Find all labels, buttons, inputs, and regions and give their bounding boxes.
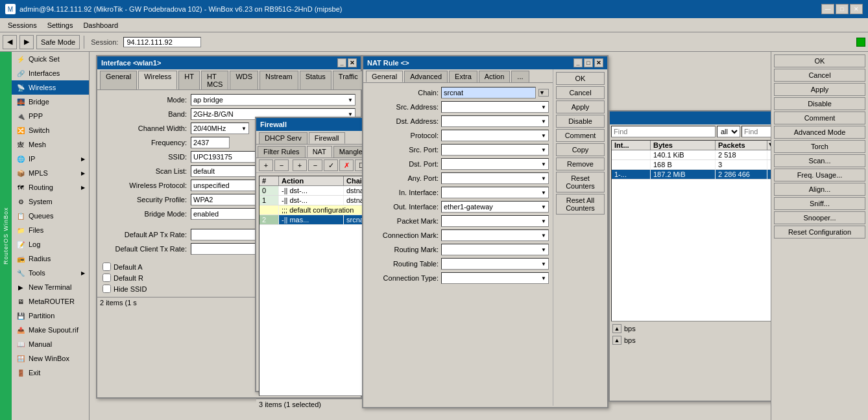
tab-filter-rules[interactable]: Filter Rules	[258, 146, 306, 158]
right-scan-btn[interactable]: Scan...	[774, 154, 865, 167]
close-btn[interactable]: ✕	[850, 4, 863, 14]
sidebar-item-routing[interactable]: 🗺 Routing ▶	[12, 180, 89, 194]
menu-sessions[interactable]: Sessions	[3, 20, 42, 30]
sidebar-item-metarouter[interactable]: 🖥 MetaROUTER	[12, 294, 89, 309]
nat-apply-btn[interactable]: Apply	[556, 100, 605, 113]
right-sniff-btn[interactable]: Sniff...	[774, 197, 865, 210]
tab-nat-advanced[interactable]: Advanced	[404, 71, 448, 82]
default-r-checkbox[interactable]	[102, 274, 111, 282]
right-cancel-btn[interactable]: Cancel	[774, 69, 865, 82]
sidebar-item-mesh[interactable]: 🕸 Mesh	[12, 137, 89, 152]
frequency-input[interactable]	[191, 137, 230, 148]
channel-width-select[interactable]: 20/40MHz ▼	[191, 122, 249, 134]
any-port-input[interactable]: ▼	[441, 172, 549, 184]
right-disable-btn[interactable]: Disable	[774, 97, 865, 110]
nat-comment-btn[interactable]: Comment	[556, 129, 605, 142]
minimize-btn[interactable]: —	[821, 4, 834, 14]
right-snooper-btn[interactable]: Snooper...	[774, 211, 865, 224]
check-btn[interactable]: ✓	[324, 159, 338, 171]
tab-nat-action[interactable]: Action	[479, 71, 511, 82]
tab-nstream[interactable]: Nstream	[259, 71, 298, 89]
sidebar-item-system[interactable]: ⚙ System	[12, 194, 89, 209]
sidebar-item-wireless[interactable]: 📡 Wireless	[12, 80, 89, 95]
routing-table-input[interactable]: ▼	[441, 258, 549, 270]
add2-btn[interactable]: +	[293, 159, 307, 171]
x-btn[interactable]: ✗	[339, 159, 354, 171]
nat-remove-btn[interactable]: Remove	[556, 158, 605, 170]
tab-ht[interactable]: HT	[178, 71, 200, 89]
connection-type-input[interactable]: ▼	[441, 272, 549, 284]
nat-disable-btn[interactable]: Disable	[556, 115, 605, 128]
sidebar-item-queues[interactable]: 📋 Queues	[12, 209, 89, 223]
sidebar-item-manual[interactable]: 📖 Manual	[12, 337, 89, 351]
session-input[interactable]	[123, 37, 201, 47]
forward-btn[interactable]: ▶	[19, 35, 34, 49]
bps-arrow2[interactable]: ▲	[612, 336, 621, 345]
in-interface-input[interactable]: ▼	[441, 187, 549, 198]
right-align-btn[interactable]: Align...	[774, 183, 865, 196]
tab-firewall[interactable]: Firewall	[309, 132, 345, 144]
right-reset-config-btn[interactable]: Reset Configuration	[774, 226, 865, 239]
tab-nat-extra[interactable]: Extra	[449, 71, 477, 82]
sidebar-item-newterminal[interactable]: ▶ New Terminal	[12, 280, 89, 294]
sidebar-item-newwinbox[interactable]: 🪟 New WinBox	[12, 351, 89, 366]
nat-win-maximize[interactable]: □	[584, 58, 593, 67]
remove2-btn[interactable]: −	[308, 159, 322, 171]
right-apply-btn[interactable]: Apply	[774, 83, 865, 96]
sidebar-item-ppp[interactable]: 🔌 PPP	[12, 109, 89, 123]
sidebar-item-supout[interactable]: 📤 Make Supout.rif	[12, 323, 89, 337]
add-btn[interactable]: +	[259, 159, 273, 171]
chain-dropdown[interactable]: ▼	[538, 89, 549, 97]
tab-wds[interactable]: WDS	[230, 71, 258, 89]
sidebar-item-mpls[interactable]: 📦 MPLS ▶	[12, 166, 89, 180]
tab-nat-more[interactable]: ...	[511, 71, 529, 82]
default-a-checkbox[interactable]	[102, 262, 111, 271]
iface-win-close[interactable]: ✕	[348, 58, 357, 67]
dst-address-input[interactable]: ▼	[441, 115, 549, 127]
sidebar-item-radius[interactable]: 📻 Radius	[12, 251, 89, 266]
sidebar-item-bridge[interactable]: 🌉 Bridge	[12, 95, 89, 109]
tab-general[interactable]: General	[100, 71, 137, 89]
tab-htmcs[interactable]: HT MCS	[201, 71, 228, 89]
out-interface-input[interactable]: ether1-gateway ▼	[441, 201, 549, 213]
sidebar-item-quickset[interactable]: ⚡ Quick Set	[12, 52, 89, 66]
dst-port-input[interactable]: ▼	[441, 158, 549, 170]
tab-status[interactable]: Status	[300, 71, 332, 89]
tab-dhcp[interactable]: DHCP Serv	[259, 132, 307, 144]
sidebar-item-exit[interactable]: 🚪 Exit	[12, 366, 89, 380]
nat-copy-btn[interactable]: Copy	[556, 143, 605, 156]
hide-ssid-checkbox[interactable]	[102, 285, 111, 293]
chain-input[interactable]	[441, 87, 536, 99]
connection-mark-input[interactable]: ▼	[441, 229, 549, 241]
sidebar-item-partition[interactable]: 💾 Partition	[12, 309, 89, 323]
find-select[interactable]: all	[717, 126, 740, 137]
nat-reset-all-btn[interactable]: Reset All Counters	[556, 194, 605, 215]
maximize-btn[interactable]: □	[836, 4, 849, 14]
menu-settings[interactable]: Settings	[42, 20, 78, 30]
sidebar-item-interfaces[interactable]: 🔗 Interfaces	[12, 66, 89, 80]
sidebar-item-switch[interactable]: 🔀 Switch	[12, 123, 89, 137]
mode-select[interactable]: ap bridge ▼	[191, 94, 356, 106]
safe-mode-btn[interactable]: Safe Mode	[36, 35, 80, 49]
tab-nat-general[interactable]: General	[366, 71, 403, 82]
back-btn[interactable]: ◀	[3, 35, 17, 49]
tab-wireless[interactable]: Wireless	[138, 71, 177, 89]
sidebar-item-ip[interactable]: 🌐 IP ▶	[12, 152, 89, 166]
bps-arrow1[interactable]: ▲	[612, 324, 621, 333]
right-freq-usage-btn[interactable]: Freq. Usage...	[774, 169, 865, 181]
right-ok-btn[interactable]: OK	[774, 54, 865, 67]
find-input[interactable]	[611, 126, 716, 137]
nat-ok-btn[interactable]: OK	[556, 72, 605, 85]
right-torch-btn[interactable]: Torch	[774, 140, 865, 153]
nat-cancel-btn[interactable]: Cancel	[556, 86, 605, 99]
remove-btn[interactable]: −	[274, 159, 289, 171]
src-port-input[interactable]: ▼	[441, 144, 549, 156]
routing-mark-input[interactable]: ▼	[441, 244, 549, 255]
iface-win-minimize[interactable]: _	[337, 58, 346, 67]
nat-win-minimize[interactable]: _	[573, 58, 583, 67]
protocol-select[interactable]: ▼	[441, 130, 549, 141]
right-comment-btn[interactable]: Comment	[774, 111, 865, 124]
sidebar-item-log[interactable]: 📝 Log	[12, 237, 89, 251]
tab-traffic[interactable]: Traffic	[333, 71, 364, 89]
sidebar-item-tools[interactable]: 🔧 Tools ▶	[12, 266, 89, 280]
